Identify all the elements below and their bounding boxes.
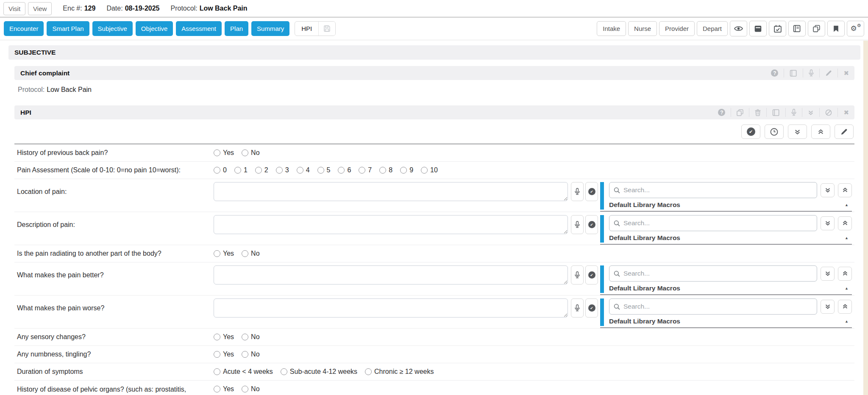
macro-search-input[interactable] [623, 219, 812, 227]
chevron-double-up-icon[interactable] [811, 124, 830, 139]
radio-option-yes[interactable]: Yes [214, 250, 234, 257]
chevron-double-up-icon[interactable] [838, 300, 852, 314]
answer-textarea[interactable] [214, 298, 568, 318]
save-icon[interactable] [318, 22, 335, 36]
macro-search-input[interactable] [623, 270, 812, 277]
answer-textarea[interactable] [214, 265, 568, 285]
depart-button[interactable]: Depart [697, 21, 728, 36]
macros-library-toggle[interactable]: Default Library Macros ▲ [609, 198, 852, 210]
microphone-icon[interactable] [785, 108, 802, 117]
nav-assessment-button[interactable]: Assessment [176, 21, 222, 36]
chevron-double-down-icon[interactable] [821, 300, 835, 314]
visit-button[interactable]: Visit [3, 2, 25, 15]
intake-button[interactable]: Intake [597, 21, 626, 36]
microphone-icon[interactable] [571, 265, 584, 285]
radio-circle [359, 167, 365, 174]
nav-smart-plan-button[interactable]: Smart Plan [47, 21, 89, 36]
macro-search-input[interactable] [623, 186, 812, 194]
check-circle-icon[interactable]: ✔ [585, 298, 598, 318]
clock-icon[interactable] [765, 124, 784, 139]
radio-option-7[interactable]: 7 [359, 166, 372, 174]
chevron-double-down-icon[interactable] [821, 183, 835, 197]
radio-group: Yes No [214, 384, 260, 393]
nav-objective-button[interactable]: Objective [136, 21, 173, 36]
chief-complaint-header: Chief complaint ? ✖ [14, 66, 854, 80]
ban-icon[interactable] [819, 108, 837, 117]
check-circle-icon[interactable]: ✔ [585, 215, 598, 234]
pencil-icon[interactable] [819, 69, 837, 77]
radio-option-acute[interactable]: Acute < 4 weeks [214, 368, 273, 376]
radio-option-4[interactable]: 4 [297, 166, 310, 174]
macros-library-toggle[interactable]: Default Library Macros ▲ [609, 231, 852, 243]
copy-icon[interactable] [808, 21, 825, 36]
radio-option-no[interactable]: No [242, 333, 259, 341]
chevron-double-up-icon[interactable] [838, 216, 852, 230]
nav-plan-button[interactable]: Plan [225, 21, 248, 36]
radio-label: 10 [430, 166, 438, 174]
radio-option-yes[interactable]: Yes [214, 351, 234, 358]
radio-option-yes[interactable]: Yes [214, 333, 234, 341]
archive-icon[interactable] [749, 21, 767, 36]
radio-option-no[interactable]: No [242, 351, 259, 358]
eye-icon[interactable] [730, 21, 747, 36]
radio-option-10[interactable]: 10 [421, 166, 438, 174]
radio-option-yes[interactable]: Yes [214, 149, 234, 157]
macro-search-input[interactable] [623, 303, 812, 310]
nav-encounter-button[interactable]: Encounter [4, 21, 44, 36]
radio-option-subacute[interactable]: Sub-acute 4-12 weeks [281, 368, 357, 376]
microphone-icon[interactable] [571, 215, 584, 234]
close-icon[interactable]: ✖ [837, 108, 854, 117]
provider-button[interactable]: Provider [659, 21, 695, 36]
radio-option-9[interactable]: 9 [400, 166, 413, 174]
help-icon[interactable]: ? [765, 69, 784, 77]
radio-option-8[interactable]: 8 [379, 166, 392, 174]
nav-subjective-button[interactable]: Subjective [92, 21, 133, 36]
trash-icon[interactable] [749, 108, 766, 117]
close-icon[interactable]: ✖ [837, 69, 854, 77]
radio-option-1[interactable]: 1 [234, 166, 248, 174]
tab-hpi[interactable]: HPI [295, 21, 336, 36]
radio-option-no[interactable]: No [242, 149, 259, 157]
macros-library-toggle[interactable]: Default Library Macros ▲ [609, 315, 852, 326]
nav-summary-button[interactable]: Summary [251, 21, 289, 36]
book-icon[interactable] [788, 21, 806, 36]
view-button[interactable]: View [28, 2, 52, 15]
calendar-check-icon[interactable] [769, 21, 786, 36]
check-circle-icon[interactable]: ✔ [741, 124, 760, 139]
chevron-double-up-icon[interactable] [838, 183, 852, 197]
book-icon[interactable] [784, 69, 803, 77]
macros-library-toggle[interactable]: Default Library Macros ▲ [609, 282, 852, 293]
radio-option-5[interactable]: 5 [317, 166, 331, 174]
radio-option-0[interactable]: 0 [214, 166, 227, 174]
check-circle-icon[interactable]: ✔ [585, 182, 598, 201]
help-icon[interactable]: ? [712, 108, 731, 117]
radio-option-no[interactable]: No [242, 250, 259, 257]
microphone-icon[interactable] [571, 298, 584, 318]
answer-textarea[interactable] [214, 182, 568, 201]
radio-option-3[interactable]: 3 [276, 166, 289, 174]
gears-icon[interactable]: ⚙⚙ [847, 21, 864, 36]
question-row: Is the pain radiating to another part of… [14, 245, 854, 262]
radio-option-no[interactable]: No [242, 385, 259, 393]
chevron-double-down-icon[interactable] [821, 267, 835, 281]
close-glyph: ✖ [843, 69, 849, 77]
radio-option-yes[interactable]: Yes [214, 385, 234, 393]
bookmark-icon[interactable] [827, 21, 845, 36]
microphone-icon[interactable] [571, 182, 584, 201]
pencil-icon[interactable] [835, 124, 854, 139]
check-circle-icon[interactable]: ✔ [585, 265, 598, 285]
answer-textarea[interactable] [214, 215, 568, 234]
radio-option-2[interactable]: 2 [255, 166, 268, 174]
radio-label: No [251, 333, 259, 341]
radio-option-6[interactable]: 6 [338, 166, 351, 174]
radio-circle [234, 167, 241, 174]
copy-icon[interactable] [731, 108, 749, 117]
chevron-double-down-icon[interactable] [821, 216, 835, 230]
chevron-double-down-icon[interactable] [802, 108, 819, 117]
microphone-icon[interactable] [803, 69, 819, 77]
chevron-double-down-icon[interactable] [788, 124, 807, 139]
radio-option-chronic[interactable]: Chronic ≥ 12 weeks [365, 368, 434, 376]
book-icon[interactable] [766, 108, 785, 117]
chevron-double-up-icon[interactable] [838, 267, 852, 281]
nurse-button[interactable]: Nurse [628, 21, 657, 36]
